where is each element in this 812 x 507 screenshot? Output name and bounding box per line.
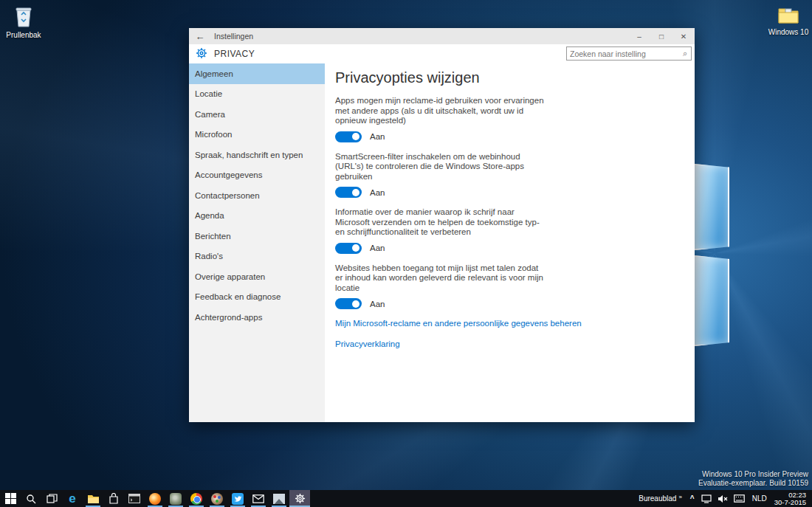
toggle-typing-info[interactable] xyxy=(335,243,362,254)
minimize-button[interactable]: – xyxy=(628,28,650,44)
close-button[interactable]: ✕ xyxy=(672,28,695,44)
network-icon xyxy=(701,494,712,503)
keyboard-icon xyxy=(734,494,745,503)
sidebar-item-algemeen[interactable]: Algemeen xyxy=(189,63,325,84)
privacy-links: Mijn Microsoft-reclame en andere persoon… xyxy=(335,319,695,348)
taskbar: e Bureaublad » ^ xyxy=(0,490,812,507)
edge-icon: e xyxy=(69,492,75,505)
desktop-icon-label: Prullenbak xyxy=(6,31,41,39)
task-view-icon xyxy=(47,494,58,503)
taskbar-mail-button[interactable] xyxy=(248,490,269,507)
taskbar-gimp-button[interactable] xyxy=(165,490,186,507)
back-button[interactable]: ← xyxy=(189,31,211,42)
taskbar-search-button[interactable] xyxy=(21,490,41,507)
page-title: Privacyopties wijzigen xyxy=(335,69,695,86)
taskbar-store-button[interactable] xyxy=(103,490,124,507)
taskbar-settings-button[interactable] xyxy=(289,490,310,507)
link-privacy-statement[interactable]: Privacyverklaring xyxy=(335,339,695,348)
toggle-state-label: Aan xyxy=(370,188,385,197)
store-icon xyxy=(109,493,119,504)
clock-time: 02:23 xyxy=(774,492,806,499)
sidebar-item-locatie[interactable]: Locatie xyxy=(189,84,325,105)
wallpaper-window-logo-bottom-pane xyxy=(695,255,729,346)
hidden-icons-button[interactable]: ^ xyxy=(687,494,698,503)
gimp-icon xyxy=(170,493,182,505)
photos-icon xyxy=(273,494,285,504)
search-icon xyxy=(26,494,36,504)
taskbar-file-explorer-button[interactable] xyxy=(83,490,103,507)
sidebar-item-achtergrond-apps[interactable]: Achtergrond-apps xyxy=(189,307,325,328)
sidebar-item-spraak[interactable]: Spraak, handschrift en typen xyxy=(189,145,325,165)
start-button[interactable] xyxy=(0,490,21,507)
page-section-title: PRIVACY xyxy=(214,49,255,59)
link-manage-ad-data[interactable]: Mijn Microsoft-reclame en andere persoon… xyxy=(335,319,695,328)
setting-smartscreen: SmartScreen-filter inschakelen om de web… xyxy=(335,152,695,199)
clock-date: 30-7-2015 xyxy=(774,499,806,506)
windows-logo-icon xyxy=(5,493,16,504)
taskbar-paint-button[interactable] xyxy=(207,490,227,507)
maximize-button[interactable]: □ xyxy=(650,28,672,44)
privacy-sidebar: Algemeen Locatie Camera Microfoon Spraak… xyxy=(189,63,325,422)
sidebar-item-accountgegevens[interactable]: Accountgegevens xyxy=(189,165,325,186)
settings-gear-icon xyxy=(295,493,306,504)
system-tray: Bureaublad » ^ NLD 02:23 30-7-2015 xyxy=(634,490,812,507)
twitter-icon xyxy=(232,493,244,505)
sidebar-item-radios[interactable]: Radio's xyxy=(189,246,325,267)
network-tray-button[interactable] xyxy=(698,494,715,503)
sidebar-item-berichten[interactable]: Berichten xyxy=(189,226,325,246)
taskbar-chrome-button[interactable] xyxy=(186,490,207,507)
recycle-bin-icon xyxy=(0,4,47,30)
settings-search[interactable]: ⌕ xyxy=(566,46,692,61)
titlebar: ← Instellingen – □ ✕ xyxy=(189,28,695,44)
mail-icon xyxy=(252,494,264,503)
window-title: Instellingen xyxy=(214,32,253,41)
desktop-icon-windows10-folder[interactable]: Windows 10 xyxy=(765,4,812,36)
toggle-advertising-id[interactable] xyxy=(335,131,362,142)
sidebar-item-contactpersonen[interactable]: Contactpersonen xyxy=(189,185,325,206)
taskbar-photos-button[interactable] xyxy=(269,490,289,507)
command-prompt-icon xyxy=(128,494,140,503)
toggle-smartscreen[interactable] xyxy=(335,187,362,198)
speaker-muted-icon xyxy=(718,494,728,503)
toggle-state-label: Aan xyxy=(370,244,385,252)
firefox-icon xyxy=(149,493,161,505)
clock[interactable]: 02:23 30-7-2015 xyxy=(771,492,809,506)
settings-gear-icon xyxy=(196,47,207,61)
sidebar-item-agenda[interactable]: Agenda xyxy=(189,206,325,227)
taskbar-edge-button[interactable]: e xyxy=(62,490,83,507)
taskbar-twitter-button[interactable] xyxy=(227,490,248,507)
setting-language-list: Websites hebben toegang tot mijn lijst m… xyxy=(335,263,695,310)
sidebar-item-camera[interactable]: Camera xyxy=(189,104,325,125)
toggle-state-label: Aan xyxy=(370,300,385,308)
search-input[interactable] xyxy=(567,49,679,58)
privacy-content: Privacyopties wijzigen Apps mogen mijn r… xyxy=(325,63,695,422)
desktop-icon-label: Windows 10 xyxy=(768,28,808,36)
taskbar-firefox-button[interactable] xyxy=(145,490,165,507)
desktop-toolbar-label: Bureaublad xyxy=(639,494,676,503)
chrome-icon xyxy=(190,493,202,505)
task-view-button[interactable] xyxy=(41,490,62,507)
file-explorer-icon xyxy=(87,494,100,504)
volume-tray-button[interactable] xyxy=(715,494,731,503)
sidebar-item-feedback[interactable]: Feedback en diagnose xyxy=(189,287,325,308)
desktop-icon-recycle-bin[interactable]: Prullenbak xyxy=(0,4,47,39)
settings-window: ← Instellingen – □ ✕ PRIVACY ⌕ Algemeen … xyxy=(189,28,695,422)
paint-palette-icon xyxy=(211,493,223,505)
insider-watermark: Windows 10 Pro Insider Preview Evaluatie… xyxy=(698,470,808,488)
sidebar-item-microfoon[interactable]: Microfoon xyxy=(189,125,325,145)
chevron-right-icon[interactable]: » xyxy=(678,494,681,500)
setting-typing-info: Informatie over de manier waarop ik schr… xyxy=(335,207,695,254)
sidebar-item-overige-apparaten[interactable]: Overige apparaten xyxy=(189,266,325,287)
toggle-language-list[interactable] xyxy=(335,298,362,309)
toggle-state-label: Aan xyxy=(370,132,385,141)
touch-keyboard-button[interactable] xyxy=(731,494,748,503)
search-icon: ⌕ xyxy=(679,49,691,58)
window-controls: – □ ✕ xyxy=(628,28,695,44)
wallpaper-window-logo-top-pane xyxy=(695,164,729,250)
taskbar-command-prompt-button[interactable] xyxy=(124,490,145,507)
language-indicator[interactable]: NLD xyxy=(748,494,771,503)
folder-icon xyxy=(765,4,812,27)
setting-advertising-id: Apps mogen mijn reclame-id gebruiken voo… xyxy=(335,96,695,142)
desktop-toolbar[interactable]: Bureaublad » xyxy=(634,494,687,503)
